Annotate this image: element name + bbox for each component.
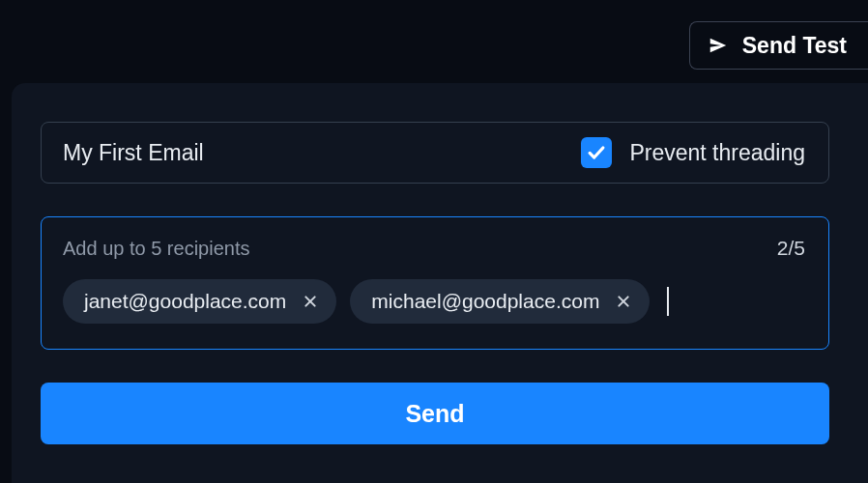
send-test-button[interactable]: Send Test [689,21,868,70]
compose-panel: Prevent threading Add up to 5 recipients… [12,83,868,483]
recipient-text-cursor[interactable] [667,287,669,316]
prevent-threading-label: Prevent threading [629,140,805,166]
top-bar: Send Test [0,0,868,83]
recipients-hint: Add up to 5 recipients [63,238,249,260]
send-icon [708,35,729,56]
recipients-header: Add up to 5 recipients 2/5 [63,237,805,260]
prevent-threading-toggle[interactable]: Prevent threading [581,137,805,168]
send-button-label: Send [405,400,464,427]
recipients-input[interactable]: Add up to 5 recipients 2/5 janet@goodpla… [41,216,829,350]
remove-recipient-button[interactable] [300,291,321,312]
subject-row: Prevent threading [41,122,829,184]
checkbox-checked-icon [581,137,612,168]
subject-input[interactable] [63,140,581,166]
recipient-chip: janet@goodplace.com [63,279,336,324]
recipients-count: 2/5 [777,237,805,260]
recipient-email: janet@goodplace.com [84,290,286,313]
remove-recipient-button[interactable] [613,291,634,312]
send-button[interactable]: Send [41,383,829,444]
recipients-chips: janet@goodplace.com michael@goodplace.co… [63,279,805,324]
send-test-label: Send Test [742,33,847,59]
recipient-email: michael@goodplace.com [371,290,599,313]
recipient-chip: michael@goodplace.com [350,279,650,324]
